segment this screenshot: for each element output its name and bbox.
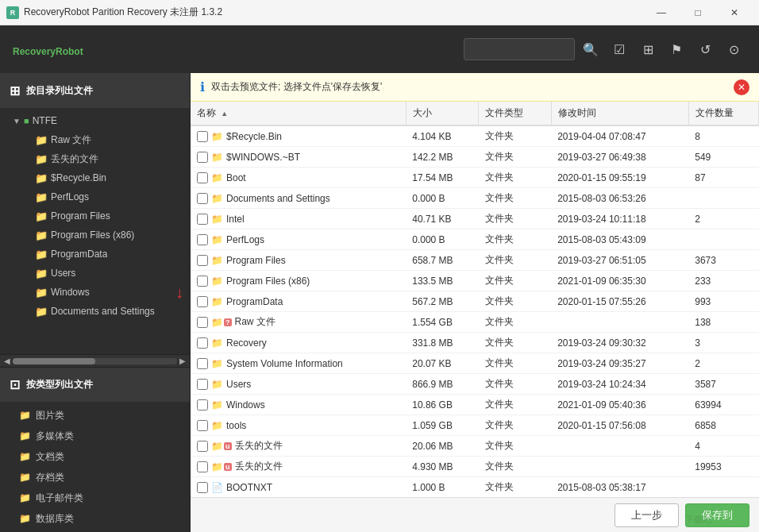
scroll-right-btn[interactable]: ▶: [177, 357, 188, 365]
file-checkbox[interactable]: [197, 441, 208, 452]
file-name: 丢失的文件: [235, 439, 283, 453]
file-checkbox[interactable]: [197, 337, 208, 349]
category-email[interactable]: 📁 电子邮件类: [0, 488, 190, 508]
table-row[interactable]: 📁?Raw 文件1.554 GB文件夹138: [191, 312, 759, 333]
category-db[interactable]: 📁 数据库类: [0, 508, 190, 529]
table-row[interactable]: 📁u丢失的文件4.930 MB文件夹19953: [191, 457, 759, 477]
search-input[interactable]: [464, 38, 575, 60]
file-checkbox[interactable]: [197, 255, 208, 266]
tree-item-programfiles86[interactable]: 📁 Program Files (x86): [0, 226, 190, 245]
table-row[interactable]: 📁Program Files658.7 MB文件夹2019-03-27 06:5…: [191, 250, 759, 271]
maximize-button[interactable]: □: [680, 0, 716, 25]
table-row[interactable]: 📁u丢失的文件20.06 MB文件夹4: [191, 436, 759, 457]
title-bar-controls: — □ ✕: [643, 0, 753, 25]
tree-item-raw[interactable]: 📁 Raw 文件: [0, 130, 190, 149]
file-checkbox[interactable]: [197, 358, 208, 369]
category-archive[interactable]: 📁 存档类: [0, 467, 190, 488]
tree-item-programdata[interactable]: 📁 ProgramData: [0, 245, 190, 264]
sidebar-hscrollbar[interactable]: ◀ ▶: [0, 354, 190, 367]
file-checkbox[interactable]: [197, 317, 208, 328]
table-row[interactable]: 📁Boot17.54 MB文件夹2020-01-15 09:55:1987: [191, 168, 759, 188]
file-size: 17.54 MB: [406, 168, 478, 188]
close-button[interactable]: ✕: [716, 0, 753, 25]
table-row[interactable]: 📁Program Files (x86)133.5 MB文件夹2021-01-0…: [191, 271, 759, 291]
file-size: 20.06 MB: [406, 436, 478, 457]
file-checkbox[interactable]: [197, 461, 208, 472]
file-checkbox[interactable]: [197, 214, 208, 225]
folder-question-icon: 📁?: [211, 317, 232, 328]
file-type: 文件夹: [479, 168, 551, 188]
folder-icon-docs: 📁: [35, 306, 48, 318]
col-type[interactable]: 文件类型: [479, 102, 551, 125]
category-images[interactable]: 📁 图片类: [0, 405, 190, 426]
table-row[interactable]: 📁Intel40.71 KB文件夹2019-03-24 10:11:182: [191, 209, 759, 229]
file-name: Intel: [226, 214, 245, 225]
refresh-icon[interactable]: ↺: [692, 37, 718, 62]
info-close-btn[interactable]: ✕: [734, 79, 749, 95]
file-checkbox[interactable]: [197, 420, 208, 431]
tree-item-lost[interactable]: 📁 丢失的文件: [0, 149, 190, 168]
file-modified: 2021-01-09 06:35:30: [551, 271, 688, 291]
flag-icon[interactable]: ⚑: [664, 37, 689, 62]
table-row[interactable]: 📁Recovery331.8 MB文件夹2019-03-24 09:30:323: [191, 333, 759, 353]
file-checkbox[interactable]: [197, 152, 208, 163]
col-name[interactable]: 名称 ▲: [191, 102, 406, 125]
table-row[interactable]: 📁ProgramData567.2 MB文件夹2020-01-15 07:55:…: [191, 291, 759, 312]
file-checkbox[interactable]: [197, 193, 208, 204]
file-checkbox[interactable]: [197, 482, 208, 493]
file-type: 文件夹: [479, 312, 551, 333]
search-icon[interactable]: 🔍: [578, 37, 603, 62]
folder-icon: 📁: [211, 358, 223, 369]
tree-item-windows[interactable]: 📁 Windows ↓: [0, 283, 190, 302]
table-row[interactable]: 📁$Recycle.Bin4.104 KB文件夹2019-04-04 07:08…: [191, 125, 759, 147]
sidebar-section-files-by-dir[interactable]: ⊞ 按目录列出文件: [0, 73, 190, 108]
file-name: Documents and Settings: [226, 193, 330, 204]
table-row[interactable]: 📁PerfLogs0.000 B文件夹2015-08-03 05:43:09: [191, 229, 759, 250]
main-panel: ℹ 双击去预览文件; 选择文件点'保存去恢复' ✕ 名称 ▲ 大小 文件类型 修…: [191, 73, 759, 532]
table-row[interactable]: 📁Documents and Settings0.000 B文件夹2015-08…: [191, 188, 759, 209]
folder-icon: 📁: [211, 276, 223, 287]
category-media[interactable]: 📁 多媒体类: [0, 426, 190, 446]
sidebar-section-files-by-type[interactable]: ⊡ 按类型列出文件: [0, 367, 190, 402]
category-email-label: 电子邮件类: [36, 492, 83, 505]
tree-item-ntfe[interactable]: ▼ ■ NTFE: [0, 111, 190, 130]
file-checkbox[interactable]: [197, 399, 208, 411]
file-checkbox[interactable]: [197, 131, 208, 142]
table-row[interactable]: 📁System Volume Information20.07 KB文件夹201…: [191, 353, 759, 374]
folder-icon: 📁: [211, 379, 223, 390]
file-checkbox[interactable]: [197, 296, 208, 307]
file-type: 文件夹: [479, 415, 551, 436]
file-size: 10.86 GB: [406, 395, 478, 415]
table-row[interactable]: 📁tools1.059 GB文件夹2020-01-15 07:56:086858: [191, 415, 759, 436]
file-checkbox[interactable]: [197, 379, 208, 390]
tree-item-recycle[interactable]: 📁 $Recycle.Bin: [0, 168, 190, 187]
tree-item-docs[interactable]: 📁 Documents and Settings: [0, 302, 190, 321]
col-modified[interactable]: 修改时间: [551, 102, 688, 125]
table-row[interactable]: 📁Windows10.86 GB文件夹2021-01-09 05:40:3663…: [191, 395, 759, 415]
file-checkbox[interactable]: [197, 234, 208, 245]
category-docs[interactable]: 📁 文档类: [0, 446, 190, 467]
file-checkbox[interactable]: [197, 276, 208, 287]
category-list: 📁 图片类 📁 多媒体类 📁 文档类 📁 存档类 📁 电子邮件类: [0, 402, 190, 532]
grid-icon[interactable]: ⊞: [635, 37, 661, 62]
checkbox-icon[interactable]: ☑: [607, 37, 632, 62]
app-logo: RecoveryRobot: [13, 40, 464, 59]
files-by-type-icon: ⊡: [10, 377, 20, 392]
info-icon: ℹ: [200, 79, 205, 94]
col-size[interactable]: 大小: [406, 102, 478, 125]
folder-icon: 📁: [211, 255, 223, 266]
table-row[interactable]: 📁$WINDOWS.~BT142.2 MB文件夹2019-03-27 06:49…: [191, 147, 759, 168]
file-type: 文件夹: [479, 271, 551, 291]
minimize-button[interactable]: —: [643, 0, 680, 25]
table-row[interactable]: 📄BOOTNXT1.000 B文件夹2015-08-03 05:38:17: [191, 477, 759, 498]
col-count[interactable]: 文件数量: [688, 102, 758, 125]
file-name: Raw 文件: [235, 315, 275, 329]
menu-icon[interactable]: ⊙: [721, 37, 746, 62]
tree-item-perflogs[interactable]: 📁 PerfLogs: [0, 187, 190, 206]
tree-item-users[interactable]: 📁 Users: [0, 264, 190, 283]
file-checkbox[interactable]: [197, 172, 208, 183]
tree-item-programfiles[interactable]: 📁 Program Files: [0, 206, 190, 226]
prev-step-button[interactable]: 上一步: [615, 503, 679, 527]
scroll-left-btn[interactable]: ◀: [2, 357, 13, 365]
table-row[interactable]: 📁Users866.9 MB文件夹2019-03-24 10:24:343587: [191, 374, 759, 395]
